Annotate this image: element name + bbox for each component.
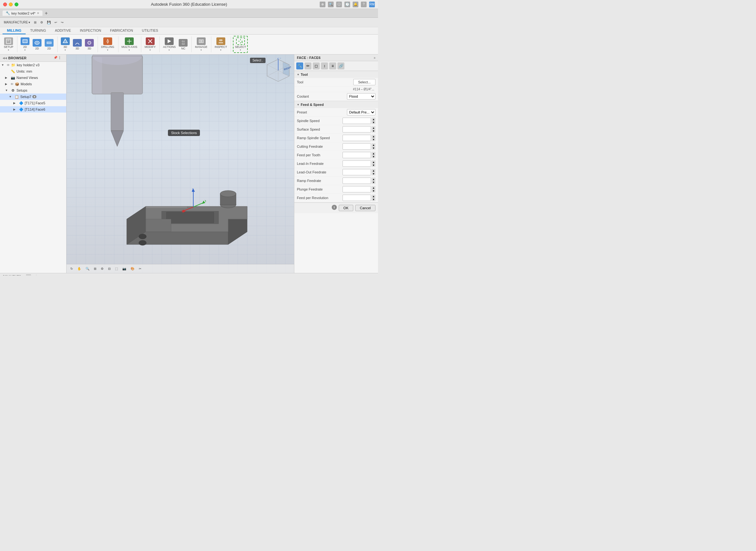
tab-active[interactable]: 🔧 key holder2 v4* ✕ [3, 10, 42, 16]
ramp-feedrate-input[interactable]: 889 mm/min [343, 177, 371, 184]
manage-button[interactable]: MANAGE ▾ [194, 36, 208, 52]
eye-icon-root[interactable]: 👁 [7, 63, 10, 67]
section-analysis-icon[interactable]: ✂ [138, 266, 143, 271]
ramp-spindle-up[interactable]: ▲ [372, 135, 375, 138]
tool-select-button[interactable]: Select... [353, 79, 375, 85]
plunge-feedrate-down[interactable]: ▼ [372, 189, 375, 192]
ramp-feedrate-down[interactable]: ▼ [372, 181, 375, 184]
tab-milling[interactable]: MILLING [3, 27, 26, 34]
info-circle-icon[interactable]: ⓘ [336, 2, 342, 7]
surface-speed-up[interactable]: ▲ [372, 126, 375, 129]
surface-speed-input[interactable]: 9.389 m/min [343, 126, 371, 132]
spindle-speed-down[interactable]: ▼ [372, 121, 375, 124]
zoom-icon[interactable]: 🔍 [84, 266, 91, 271]
lead-out-down[interactable]: ▼ [372, 172, 375, 175]
tool-section-header[interactable]: ▼ Tool [294, 71, 378, 78]
rp-tab-tool[interactable]: 🔧 [296, 62, 303, 69]
navigation-gizmo[interactable]: RIGHT Z→ [266, 58, 291, 83]
rp-tab-geometry[interactable]: ◻ [313, 62, 320, 69]
lead-out-input[interactable]: 951 mm/min [343, 169, 371, 175]
rp-tab-passes[interactable]: ≡ [329, 62, 336, 69]
face-button[interactable]: 2D [43, 38, 55, 51]
tree-setup7[interactable]: ▼ 📋 Setup7 ● [0, 93, 66, 100]
bell-icon[interactable]: 🔔 [353, 2, 358, 7]
tree-models[interactable]: ▶ 👁 📦 Models [0, 81, 66, 87]
tab-inspection[interactable]: INSPECTION [75, 27, 106, 34]
tab-turning[interactable]: TURNING [26, 27, 50, 34]
clock-icon[interactable]: 🕐 [344, 2, 350, 7]
tab-fabrication[interactable]: FABRICATION [106, 27, 138, 34]
pan-icon[interactable]: ✋ [76, 266, 82, 271]
close-button[interactable] [3, 3, 7, 6]
tree-setups[interactable]: ▼ ⚙ Setups [0, 87, 66, 93]
setup-button[interactable]: SETUP ▾ [3, 36, 15, 52]
tab-close-btn[interactable]: ✕ [37, 11, 39, 15]
lead-out-up[interactable]: ▲ [372, 169, 375, 172]
save-icon[interactable]: 💾 [46, 20, 52, 25]
adaptive-button[interactable]: 3D [72, 38, 83, 51]
rp-tab-edit[interactable]: ✏ [304, 62, 311, 69]
feed-per-rev-down[interactable]: ▼ [372, 198, 375, 201]
spindle-speed-up[interactable]: ▲ [372, 118, 375, 121]
new-tab-button[interactable]: + [43, 10, 49, 16]
spindle-speed-input[interactable]: 12000 rpm [343, 118, 371, 124]
grid-icon[interactable]: ⊞ [33, 20, 38, 25]
display-settings-icon[interactable]: ⚙ [99, 266, 105, 271]
help-icon[interactable]: ? [361, 2, 367, 7]
orbit-icon[interactable]: ↻ [69, 266, 74, 271]
feed-per-rev-up[interactable]: ▲ [372, 195, 375, 198]
surface-speed-down[interactable]: ▼ [372, 129, 375, 132]
redo-icon[interactable]: ↪ [60, 20, 65, 25]
right-panel-expand[interactable]: » [374, 56, 375, 60]
lead-in-down[interactable]: ▼ [372, 163, 375, 167]
info-icon[interactable]: ℹ [332, 205, 337, 210]
feed-per-rev-input[interactable]: 0145542 mm [343, 195, 371, 201]
maximize-button[interactable] [15, 3, 18, 6]
comments-icon[interactable] [26, 274, 31, 276]
viewport[interactable]: Stock Selections Select . Z [67, 54, 294, 273]
lead-in-input[interactable]: 951 mm/min [343, 160, 371, 167]
search-icon[interactable]: 🔍 [328, 2, 334, 7]
cutting-feedrate-up[interactable]: ▲ [372, 143, 375, 146]
cutting-feedrate-input[interactable]: 540 mm/min [343, 143, 371, 150]
tree-face6[interactable]: ▶ 🔷 [T114] Face6 [0, 106, 66, 112]
sidebar-pin-icon[interactable]: 📌 [54, 56, 58, 60]
minimize-button[interactable] [9, 3, 13, 6]
user-avatar[interactable]: RM [369, 2, 375, 7]
ramp-feedrate-up[interactable]: ▲ [372, 177, 375, 181]
sidebar-more-icon[interactable]: | [59, 56, 64, 60]
plunge-feedrate-input[interactable]: 1.65 mm/min [343, 186, 371, 192]
tab-utilities[interactable]: UTILITIES [138, 27, 163, 34]
view-cube-icon[interactable]: ⬚ [114, 266, 119, 271]
tree-root[interactable]: ▼ 👁 📁 key holder2 v3 [0, 62, 66, 68]
ramp-spindle-down[interactable]: ▼ [372, 138, 375, 141]
rp-tab-heights[interactable]: ↕ [321, 62, 328, 69]
pocket-button[interactable]: 3D [84, 38, 95, 51]
drill-main-button[interactable]: DRILLING ▾ [100, 36, 116, 52]
coolant-select[interactable]: Flood Mist None [347, 93, 375, 99]
2d-button[interactable]: 2D ▾ [19, 36, 31, 52]
manufacture-dropdown[interactable]: MANUFACTURE ▾ [3, 20, 31, 25]
2d-pocket-button[interactable]: 2D [31, 38, 43, 51]
grid-settings-icon[interactable]: ⊟ [107, 266, 112, 271]
tree-named-views[interactable]: ▶ 📷 Named Views [0, 74, 66, 81]
multiaxis-button[interactable]: MULTI-AXIS ▾ [120, 36, 139, 52]
select-button[interactable]: SELECT ▾ [233, 36, 248, 53]
camera-settings-icon[interactable]: 📷 [121, 266, 127, 271]
plunge-feedrate-up[interactable]: ▲ [372, 186, 375, 189]
zoom-fit-icon[interactable]: ⊞ [93, 266, 98, 271]
3d-button[interactable]: 3D ▾ [60, 36, 71, 52]
simulate-button[interactable]: ACTIONS ▾ [162, 36, 177, 52]
settings-icon[interactable]: ⚙ [39, 20, 44, 25]
feed-speed-header[interactable]: ▼ Feed & Speed [294, 101, 378, 108]
lead-in-up[interactable]: ▲ [372, 160, 375, 163]
tab-additive[interactable]: ADDITIVE [50, 27, 75, 34]
preset-select[interactable]: Default Pre... [347, 109, 375, 115]
feed-per-tooth-input[interactable]: 0705556 mm [343, 152, 371, 158]
cutting-feedrate-down[interactable]: ▼ [372, 146, 375, 150]
undo-icon[interactable]: ↩ [53, 20, 58, 25]
feed-per-tooth-down[interactable]: ▼ [372, 155, 375, 158]
cancel-button[interactable]: Cancel [355, 205, 375, 211]
appearance-icon[interactable]: 🎨 [129, 266, 136, 271]
modify-delete-button[interactable]: MODIFY ▾ [143, 36, 157, 52]
